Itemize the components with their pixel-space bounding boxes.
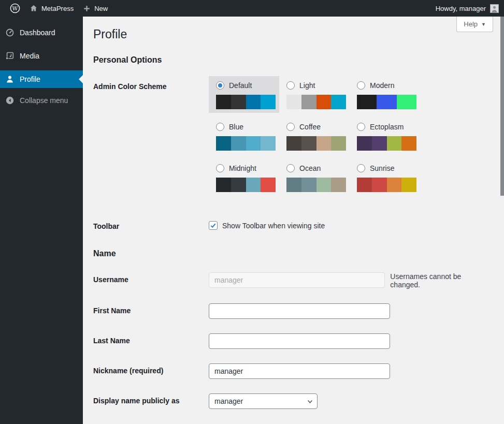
- plus-icon: [83, 5, 91, 12]
- last-name-label: Last Name: [93, 333, 209, 349]
- color-swatch: [377, 95, 396, 109]
- color-scheme-option-default[interactable]: Default: [209, 76, 279, 113]
- color-palette: [286, 95, 346, 109]
- howdy-label: Howdy, manager: [436, 5, 486, 12]
- color-swatch: [216, 178, 231, 192]
- color-scheme-radio-midnight[interactable]: [216, 164, 224, 172]
- admin-bar: W MetaPress New Howdy, manager: [0, 0, 504, 17]
- color-palette: [286, 136, 346, 151]
- color-scheme-option-coffee[interactable]: Coffee: [279, 118, 350, 154]
- color-scheme-option-midnight[interactable]: Midnight: [209, 159, 279, 196]
- help-button[interactable]: Help ▼: [456, 17, 493, 32]
- main-content: Help ▼ Profile Personal Options Admin Co…: [83, 17, 500, 424]
- color-scheme-radio-modern[interactable]: [357, 81, 365, 90]
- color-scheme-radio-light[interactable]: [286, 81, 295, 90]
- color-scheme-option-sunrise[interactable]: Sunrise: [350, 159, 420, 196]
- color-swatch: [372, 178, 387, 192]
- color-swatch: [286, 95, 301, 109]
- color-swatch: [286, 178, 301, 192]
- username-label: Username: [93, 272, 209, 289]
- wordpress-menu-button[interactable]: W: [5, 0, 25, 17]
- color-scheme-options: DefaultLightModernBlueCoffeeEctoplasmMid…: [209, 76, 490, 200]
- color-swatch: [372, 136, 387, 151]
- admin-bar-left: W MetaPress New: [0, 0, 112, 17]
- account-menu[interactable]: Howdy, manager: [436, 0, 504, 17]
- color-swatch: [231, 95, 246, 109]
- new-button[interactable]: New: [78, 0, 112, 17]
- color-swatch: [331, 95, 346, 109]
- color-scheme-option-label: Sunrise: [370, 164, 394, 172]
- nickname-input[interactable]: [209, 363, 390, 379]
- color-palette: [216, 136, 276, 151]
- color-swatch: [387, 136, 402, 151]
- help-dropdown-icon: ▼: [481, 22, 486, 27]
- display-name-row: Display name publicly as manager: [93, 393, 490, 409]
- color-scheme-option-label: Midnight: [229, 164, 256, 172]
- media-icon: [0, 51, 20, 61]
- color-scheme-option-ocean[interactable]: Ocean: [279, 159, 350, 196]
- sidebar: Dashboard Media Profile Co: [0, 17, 83, 424]
- color-swatch: [316, 95, 332, 109]
- color-swatch: [286, 136, 301, 151]
- home-icon: [30, 4, 38, 12]
- color-scheme-option-label: Coffee: [299, 123, 321, 131]
- color-scheme-option-blue[interactable]: Blue: [209, 118, 279, 154]
- vertical-scrollbar[interactable]: [500, 17, 504, 424]
- display-name-select[interactable]: manager: [209, 393, 318, 409]
- color-swatch: [246, 136, 261, 151]
- sidebar-item-collapse-menu[interactable]: Collapse menu: [0, 92, 83, 109]
- sidebar-item-label: Dashboard: [20, 28, 55, 37]
- section-personal-options: Personal Options: [93, 55, 490, 65]
- username-input: [209, 272, 385, 288]
- color-scheme-option-light[interactable]: Light: [279, 76, 350, 113]
- color-swatch: [261, 136, 276, 151]
- sidebar-item-dashboard[interactable]: Dashboard: [0, 24, 83, 41]
- admin-color-scheme-label: Admin Color Scheme: [93, 76, 209, 200]
- color-palette: [286, 178, 346, 192]
- color-swatch: [246, 178, 261, 192]
- color-swatch: [316, 178, 332, 192]
- first-name-input[interactable]: [209, 303, 390, 319]
- site-name-link[interactable]: MetaPress: [25, 0, 78, 17]
- sidebar-item-profile[interactable]: Profile: [0, 70, 83, 88]
- help-label: Help: [464, 20, 478, 28]
- user-icon: [0, 75, 20, 84]
- color-swatch: [331, 136, 346, 151]
- sidebar-item-media[interactable]: Media: [0, 47, 83, 65]
- site-name-label: MetaPress: [41, 5, 74, 12]
- avatar: [490, 4, 499, 13]
- scrollbar-thumb[interactable]: [500, 17, 504, 196]
- color-swatch: [316, 136, 332, 151]
- color-scheme-option-ectoplasm[interactable]: Ectoplasm: [350, 118, 420, 154]
- color-scheme-option-modern[interactable]: Modern: [350, 76, 420, 113]
- color-swatch: [246, 95, 261, 109]
- color-swatch: [387, 178, 402, 192]
- first-name-label: First Name: [93, 303, 209, 319]
- color-swatch: [331, 178, 346, 192]
- color-scheme-radio-ectoplasm[interactable]: [357, 123, 365, 131]
- color-swatch: [357, 178, 372, 192]
- color-swatch: [357, 136, 372, 151]
- color-scheme-radio-coffee[interactable]: [286, 123, 295, 131]
- color-scheme-radio-ocean[interactable]: [286, 164, 295, 172]
- color-scheme-option-label: Blue: [229, 123, 243, 131]
- color-palette: [216, 178, 276, 192]
- wordpress-logo-icon: W: [10, 3, 20, 13]
- show-toolbar-checkbox[interactable]: [209, 221, 218, 230]
- color-scheme-option-label: Ocean: [299, 164, 321, 172]
- color-scheme-radio-default[interactable]: [216, 81, 224, 90]
- color-scheme-option-label: Light: [299, 81, 315, 90]
- last-name-input[interactable]: [209, 333, 390, 349]
- show-toolbar-option[interactable]: Show Toolbar when viewing site: [209, 219, 325, 230]
- color-swatch: [397, 95, 416, 109]
- color-swatch: [357, 95, 377, 109]
- color-scheme-radio-blue[interactable]: [216, 123, 224, 131]
- color-swatch: [231, 136, 246, 151]
- color-palette: [216, 95, 276, 109]
- svg-text:W: W: [12, 5, 18, 11]
- dashboard-icon: [0, 28, 20, 37]
- toolbar-row: Toolbar Show Toolbar when viewing site: [93, 219, 490, 230]
- color-swatch: [301, 136, 316, 151]
- display-name-label: Display name publicly as: [93, 393, 209, 409]
- color-scheme-radio-sunrise[interactable]: [357, 164, 365, 172]
